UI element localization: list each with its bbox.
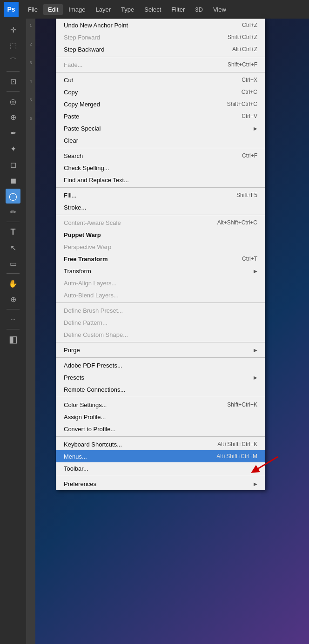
menu-view[interactable]: View [208, 4, 231, 15]
menu-item-search[interactable]: Search Ctrl+F [56, 150, 265, 162]
menu-item-auto-blend[interactable]: Auto-Blend Layers... [56, 289, 265, 301]
tool-gradient[interactable]: ◼ [6, 173, 20, 188]
tool-healing[interactable]: ⊕ [6, 110, 20, 125]
menu-item-keyboard-shortcuts[interactable]: Keyboard Shortcuts... Alt+Shift+Ctrl+K [56, 438, 265, 450]
menu-item-check-spelling-label: Check Spelling... [64, 164, 257, 171]
menu-edit[interactable]: Edit [43, 4, 63, 15]
menu-item-color-settings-label: Color Settings... [64, 401, 218, 408]
menu-item-perspective-warp[interactable]: Perspective Warp [56, 241, 265, 253]
menu-item-step-backward-label: Step Backward [64, 46, 223, 53]
menu-item-menus[interactable]: Menus... Alt+Shift+Ctrl+M [56, 450, 265, 462]
tool-hand[interactable]: ✋ [6, 276, 20, 291]
menu-item-undo[interactable]: Undo New Anchor Point Ctrl+Z [56, 19, 265, 31]
tool-pen[interactable]: ✏ [6, 204, 20, 219]
svg-line-1 [255, 457, 278, 471]
menu-item-preferences-label: Preferences [64, 480, 250, 487]
menu-item-free-transform[interactable]: Free Transform Ctrl+T [56, 253, 265, 265]
tool-more[interactable]: ··· [6, 312, 20, 327]
tool-brush[interactable]: ✒ [6, 125, 20, 140]
menu-item-auto-blend-label: Auto-Blend Layers... [64, 292, 257, 299]
menu-item-paste-shortcut: Ctrl+V [242, 113, 257, 119]
menu-item-presets-label: Presets [64, 374, 250, 381]
menu-item-adobe-pdf-presets[interactable]: Adobe PDF Presets... [56, 359, 265, 371]
tool-eraser[interactable]: ◻ [6, 157, 20, 172]
tool-foreground-bg[interactable]: ◧ [6, 332, 20, 347]
submenu-arrow-transform: ▶ [254, 269, 257, 274]
menu-item-content-aware-scale[interactable]: Content-Aware Scale Alt+Shift+Ctrl+C [56, 217, 265, 229]
menu-item-paste-special-label: Paste Special [64, 125, 250, 132]
menu-item-clear[interactable]: Clear [56, 134, 265, 146]
menu-item-copy-merged[interactable]: Copy Merged Shift+Ctrl+C [56, 98, 265, 110]
menu-item-puppet-warp-label: Puppet Warp [64, 231, 257, 238]
menu-item-copy-merged-shortcut: Shift+Ctrl+C [227, 101, 257, 107]
menu-item-free-transform-label: Free Transform [64, 256, 233, 263]
red-arrow-indicator [250, 452, 287, 475]
menu-select[interactable]: Select [140, 4, 166, 15]
menu-filter[interactable]: Filter [167, 4, 189, 15]
menu-item-define-pattern[interactable]: Define Pattern... [56, 316, 265, 329]
tool-separator-1 [7, 71, 20, 72]
menu-item-auto-align-label: Auto-Align Layers... [64, 280, 257, 287]
menu-item-clear-label: Clear [64, 137, 257, 144]
tool-type[interactable]: T [6, 224, 20, 239]
menu-item-paste-special[interactable]: Paste Special ▶ [56, 122, 265, 134]
menu-bar: Ps File Edit Image Layer Type Select Fil… [0, 0, 309, 19]
menu-item-define-custom-shape[interactable]: Define Custom Shape... [56, 329, 265, 341]
menu-item-copy[interactable]: Copy Ctrl+C [56, 86, 265, 98]
menu-type[interactable]: Type [116, 4, 139, 15]
menu-item-paste[interactable]: Paste Ctrl+V [56, 110, 265, 122]
menu-item-check-spelling[interactable]: Check Spelling... [56, 162, 265, 174]
menu-item-copy-shortcut: Ctrl+C [242, 89, 257, 95]
menu-item-presets[interactable]: Presets ▶ [56, 371, 265, 383]
menu-item-convert-to-profile[interactable]: Convert to Profile... [56, 423, 265, 435]
separator-2 [56, 72, 265, 72]
menu-item-remote-connections[interactable]: Remote Connections... [56, 383, 265, 395]
menu-item-free-transform-shortcut: Ctrl+T [242, 256, 257, 262]
separator-7 [56, 342, 265, 342]
ruler-mark: 6 [29, 116, 32, 121]
tool-shape[interactable]: ▭ [6, 256, 20, 271]
menu-item-puppet-warp[interactable]: Puppet Warp [56, 229, 265, 241]
menu-item-step-backward[interactable]: Step Backward Alt+Ctrl+Z [56, 43, 265, 55]
menu-image[interactable]: Image [64, 4, 90, 15]
tool-zoom[interactable]: ⊕ [6, 292, 20, 307]
tool-crop[interactable]: ⊡ [6, 74, 20, 89]
menu-item-define-brush-label: Define Brush Preset... [64, 307, 257, 314]
menu-item-purge[interactable]: Purge ▶ [56, 344, 265, 356]
menu-item-step-forward-shortcut: Shift+Ctrl+Z [228, 34, 257, 40]
menu-item-define-brush[interactable]: Define Brush Preset... [56, 304, 265, 316]
tool-path-select[interactable]: ↖ [6, 240, 20, 255]
menu-item-find-replace[interactable]: Find and Replace Text... [56, 174, 265, 186]
menu-item-search-shortcut: Ctrl+F [242, 152, 257, 159]
menu-item-cut-shortcut: Ctrl+X [242, 77, 257, 83]
menu-item-fill[interactable]: Fill... Shift+F5 [56, 189, 265, 201]
menu-item-preferences[interactable]: Preferences ▶ [56, 478, 265, 490]
separator-3 [56, 148, 265, 148]
tool-clone[interactable]: ✦ [6, 141, 20, 156]
separator-6 [56, 302, 265, 303]
tool-move[interactable]: ✛ [6, 22, 20, 37]
menu-3d[interactable]: 3D [190, 4, 208, 15]
tool-dodge[interactable]: ◯ [6, 189, 20, 204]
menu-item-cut[interactable]: Cut Ctrl+X [56, 74, 265, 86]
edit-dropdown-menu: Undo New Anchor Point Ctrl+Z Step Forwar… [56, 19, 265, 490]
menu-item-auto-align[interactable]: Auto-Align Layers... [56, 277, 265, 289]
menu-item-toolbar[interactable]: Toolbar... [56, 462, 265, 474]
menu-file[interactable]: File [23, 4, 42, 15]
menu-item-stroke[interactable]: Stroke... [56, 201, 265, 213]
menu-item-color-settings[interactable]: Color Settings... Shift+Ctrl+K [56, 399, 265, 411]
tool-lasso[interactable]: ⌒ [6, 54, 20, 69]
menu-layer[interactable]: Layer [91, 4, 116, 15]
menu-item-undo-label: Undo New Anchor Point [64, 22, 233, 29]
tool-separator-4 [7, 273, 20, 274]
tool-eyedropper[interactable]: ◎ [6, 94, 20, 109]
menu-item-fade-shortcut: Shift+Ctrl+F [228, 61, 257, 68]
menu-item-fade[interactable]: Fade... Shift+Ctrl+F [56, 59, 265, 71]
ruler-vertical: 1 2 3 4 5 6 [26, 19, 35, 644]
menu-item-step-forward[interactable]: Step Forward Shift+Ctrl+Z [56, 31, 265, 43]
menu-item-transform[interactable]: Transform ▶ [56, 265, 265, 277]
separator-5 [56, 215, 265, 215]
tool-separator-6 [7, 329, 20, 329]
tool-selection[interactable]: ⬚ [6, 38, 20, 53]
menu-item-assign-profile[interactable]: Assign Profile... [56, 411, 265, 423]
